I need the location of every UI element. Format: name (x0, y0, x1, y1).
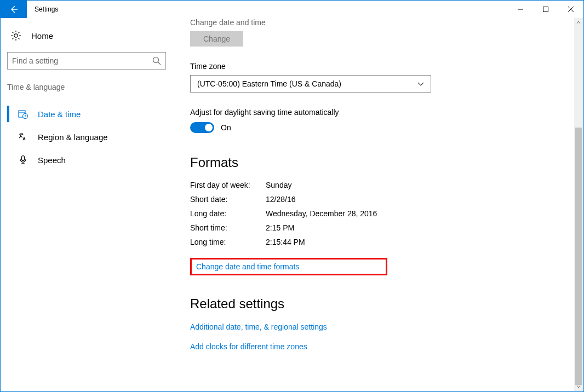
language-icon (18, 132, 28, 142)
format-value: 2:15:44 PM (266, 238, 305, 246)
format-key: First day of week: (190, 181, 266, 189)
content: Home Time & language Date & time Region … (1, 18, 583, 391)
scroll-down-arrow[interactable] (574, 382, 583, 391)
timezone-value: (UTC-05:00) Eastern Time (US & Canada) (197, 79, 341, 88)
formats-heading: Formats (190, 155, 567, 170)
vertical-scrollbar[interactable] (574, 18, 583, 391)
microphone-icon (18, 155, 28, 165)
scroll-up-arrow[interactable] (574, 18, 583, 27)
chevron-down-icon (576, 384, 581, 389)
format-value: 2:15 PM (266, 223, 294, 232)
change-date-time-label: Change date and time (190, 18, 567, 27)
search-field[interactable] (12, 56, 152, 65)
minimize-button[interactable] (508, 1, 533, 18)
window-controls (508, 1, 583, 18)
dst-toggle-row: On (190, 122, 567, 133)
sidebar-item-label: Region & language (38, 132, 108, 142)
category-label: Time & language (7, 83, 165, 102)
svg-point-1 (14, 34, 18, 37)
format-key: Short time: (190, 223, 266, 232)
format-row: Long date:Wednesday, December 28, 2016 (190, 206, 567, 221)
svg-rect-0 (543, 7, 548, 12)
change-button[interactable]: Change (190, 31, 243, 47)
format-value: Wednesday, December 28, 2016 (266, 209, 377, 218)
format-key: Long time: (190, 238, 266, 246)
titlebar: Settings (1, 1, 583, 18)
sidebar-item-date-time[interactable]: Date & time (7, 102, 165, 125)
sidebar-item-label: Speech (38, 155, 66, 165)
calendar-clock-icon (18, 109, 28, 119)
sidebar: Home Time & language Date & time Region … (1, 18, 170, 391)
minimize-icon (518, 7, 523, 12)
format-row: Short date:12/28/16 (190, 192, 567, 206)
gear-icon (10, 30, 21, 41)
window-title: Settings (27, 1, 66, 18)
timezone-dropdown[interactable]: (UTC-05:00) Eastern Time (US & Canada) (190, 75, 431, 93)
maximize-button[interactable] (533, 1, 558, 18)
formats-grid: First day of week:Sunday Short date:12/2… (190, 178, 567, 249)
search-input[interactable] (7, 52, 166, 70)
related-link-regional[interactable]: Additional date, time, & regional settin… (190, 322, 567, 331)
format-value: 12/28/16 (266, 195, 296, 204)
highlight-annotation: Change date and time formats (190, 258, 387, 275)
svg-point-2 (153, 57, 159, 63)
sidebar-item-speech[interactable]: Speech (7, 148, 165, 171)
related-link-clocks[interactable]: Add clocks for different time zones (190, 342, 567, 351)
timezone-label: Time zone (190, 62, 567, 71)
sidebar-item-region-language[interactable]: Region & language (7, 125, 165, 148)
format-row: First day of week:Sunday (190, 178, 567, 192)
dst-toggle[interactable] (190, 122, 214, 133)
svg-rect-5 (22, 156, 25, 161)
format-value: Sunday (266, 181, 291, 189)
scroll-thumb[interactable] (575, 128, 582, 385)
home-button[interactable]: Home (7, 25, 165, 52)
chevron-down-icon (417, 80, 424, 87)
format-key: Long date: (190, 209, 266, 218)
sidebar-item-label: Date & time (38, 109, 81, 119)
format-key: Short date: (190, 195, 266, 204)
dst-toggle-text: On (221, 123, 231, 132)
close-icon (568, 7, 574, 12)
home-label: Home (31, 31, 53, 41)
maximize-icon (543, 7, 548, 12)
format-row: Long time:2:15:44 PM (190, 235, 567, 249)
format-row: Short time:2:15 PM (190, 221, 567, 235)
chevron-up-icon (576, 20, 581, 25)
arrow-left-icon (9, 5, 18, 14)
dst-label: Adjust for daylight saving time automati… (190, 108, 567, 117)
close-button[interactable] (558, 1, 583, 18)
change-formats-link[interactable]: Change date and time formats (196, 262, 299, 271)
related-heading: Related settings (190, 296, 567, 312)
main-panel: Change date and time Change Time zone (U… (170, 18, 583, 391)
back-button[interactable] (1, 1, 27, 18)
search-icon (152, 56, 161, 65)
